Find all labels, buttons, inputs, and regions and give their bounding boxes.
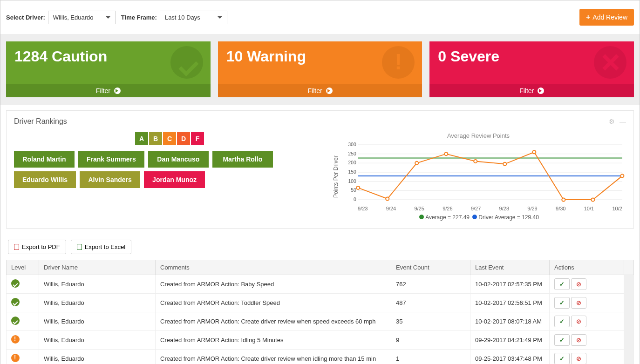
table-row: Willis, EduardoCreated from ARMOR Action…	[7, 275, 634, 294]
select-driver-dropdown[interactable]: Willis, Eduardo	[48, 11, 116, 24]
cancel-icon: ⊘	[576, 337, 581, 344]
cell-comments: Created from ARMOR Action: Create driver…	[156, 350, 391, 364]
col-actions: Actions	[550, 260, 624, 275]
chart-ylabel: Points Per Driver	[331, 142, 341, 211]
reject-button[interactable]: ⊘	[571, 334, 586, 346]
chart-legend: Average = 227.49 Driver Average = 129.40	[331, 214, 626, 221]
svg-point-24	[591, 198, 594, 202]
legend-dot-green	[419, 215, 424, 219]
stat-cards: 1284 Caution Filter 10 Warning Filter 0 …	[0, 34, 640, 105]
driver-button[interactable]: Frank Summers	[78, 151, 144, 168]
cell-driver: Willis, Eduardo	[39, 294, 156, 312]
x-icon	[594, 46, 626, 79]
select-driver-value: Willis, Eduardo	[53, 14, 94, 21]
approve-button[interactable]: ✓	[554, 297, 570, 309]
col-last[interactable]: Last Event	[470, 260, 550, 275]
warning-filter-button[interactable]: Filter	[218, 84, 422, 97]
grade-b: B	[149, 132, 162, 145]
time-frame-value: Last 10 Days	[165, 14, 200, 21]
exclamation-icon	[382, 46, 415, 79]
scrollbar[interactable]	[624, 275, 634, 364]
approve-button[interactable]: ✓	[554, 316, 570, 327]
time-frame-label: Time Frame:	[121, 14, 157, 21]
cancel-icon: ⊘	[576, 318, 581, 325]
select-driver-label: Select Driver:	[6, 14, 45, 21]
cell-count: 35	[391, 312, 470, 331]
driver-rankings-panel: Driver Rankings ⚙ — A B C D F Roland Mar…	[6, 110, 634, 229]
export-excel-button[interactable]: Export to Excel	[71, 240, 131, 254]
reject-button[interactable]: ⊘	[571, 297, 586, 309]
line-chart: 050100150200250300	[341, 142, 626, 202]
table-row: Willis, EduardoCreated from ARMOR Action…	[7, 312, 634, 331]
col-count[interactable]: Event Count	[391, 260, 470, 275]
cell-comments: Created from ARMOR Action: Baby Speed	[156, 275, 391, 294]
svg-point-18	[415, 162, 418, 165]
cell-count: 762	[391, 275, 470, 294]
grade-legend: A B C D F	[135, 132, 321, 145]
reject-button[interactable]: ⊘	[571, 353, 586, 364]
add-review-button[interactable]: Add Review	[579, 9, 634, 26]
driver-button[interactable]: Eduardo Willis	[14, 171, 76, 188]
cell-last: 10-02-2017 02:57:35 PM	[470, 275, 550, 294]
arrow-right-icon	[114, 88, 121, 94]
svg-text:0: 0	[354, 197, 356, 202]
svg-point-20	[474, 160, 477, 163]
level-icon	[11, 279, 20, 288]
severe-filter-button[interactable]: Filter	[429, 84, 634, 97]
arrow-right-icon	[538, 88, 544, 94]
check-icon: ✓	[559, 337, 565, 344]
cell-comments: Created from ARMOR Action: Toddler Speed	[156, 294, 391, 312]
svg-text:300: 300	[348, 142, 356, 147]
grade-f: F	[191, 132, 204, 145]
panel-title: Driver Rankings	[14, 117, 67, 126]
cell-driver: Willis, Eduardo	[39, 331, 156, 350]
approve-button[interactable]: ✓	[554, 278, 570, 290]
cancel-icon: ⊘	[576, 281, 581, 288]
reject-button[interactable]: ⊘	[571, 278, 586, 290]
cell-driver: Willis, Eduardo	[39, 350, 156, 364]
grade-d: D	[177, 132, 190, 145]
col-comments[interactable]: Comments	[156, 260, 391, 275]
svg-text:200: 200	[348, 160, 356, 165]
caution-card: 1284 Caution Filter	[6, 41, 211, 97]
check-icon: ✓	[559, 299, 565, 306]
level-icon	[11, 354, 20, 362]
cell-last: 09-25-2017 03:47:48 PM	[470, 350, 550, 364]
cancel-icon: ⊘	[576, 355, 581, 362]
table-row: Willis, EduardoCreated from ARMOR Action…	[7, 294, 634, 312]
cell-count: 1	[391, 350, 470, 364]
driver-button[interactable]: Roland Martin	[14, 151, 75, 168]
collapse-icon[interactable]: —	[620, 118, 626, 125]
svg-point-16	[356, 186, 360, 189]
svg-text:150: 150	[348, 169, 356, 175]
level-icon	[11, 335, 20, 344]
chevron-down-icon	[218, 16, 222, 19]
time-frame-dropdown[interactable]: Last 10 Days	[160, 11, 227, 24]
level-icon	[11, 317, 20, 325]
reject-button[interactable]: ⊘	[571, 316, 586, 327]
col-level[interactable]: Level	[7, 260, 39, 275]
gear-icon[interactable]: ⚙	[609, 118, 615, 125]
export-pdf-button[interactable]: Export to PDF	[8, 240, 66, 254]
driver-button[interactable]: Alvin Sanders	[80, 171, 140, 188]
approve-button[interactable]: ✓	[554, 334, 570, 346]
approve-button[interactable]: ✓	[554, 353, 570, 364]
cancel-icon: ⊘	[576, 299, 581, 306]
arrow-right-icon	[326, 88, 333, 94]
severe-card: 0 Severe Filter	[429, 41, 634, 97]
level-icon	[11, 298, 20, 306]
driver-button[interactable]: Dan Mancuso	[148, 151, 209, 168]
driver-button[interactable]: Jordan Munoz	[144, 171, 205, 188]
driver-button[interactable]: Martha Rollo	[212, 151, 273, 168]
cell-last: 10-02-2017 02:56:51 PM	[470, 294, 550, 312]
check-icon: ✓	[559, 318, 565, 325]
svg-point-19	[444, 152, 448, 155]
check-icon: ✓	[559, 355, 565, 362]
col-driver[interactable]: Driver Name	[39, 260, 156, 275]
plus-icon	[586, 13, 590, 21]
svg-text:100: 100	[348, 179, 356, 184]
export-row: Export to PDF Export to Excel	[0, 234, 640, 260]
caution-filter-button[interactable]: Filter	[6, 84, 211, 97]
scrollbar-gutter[interactable]	[624, 260, 634, 275]
topbar: Select Driver: Willis, Eduardo Time Fram…	[0, 0, 640, 34]
